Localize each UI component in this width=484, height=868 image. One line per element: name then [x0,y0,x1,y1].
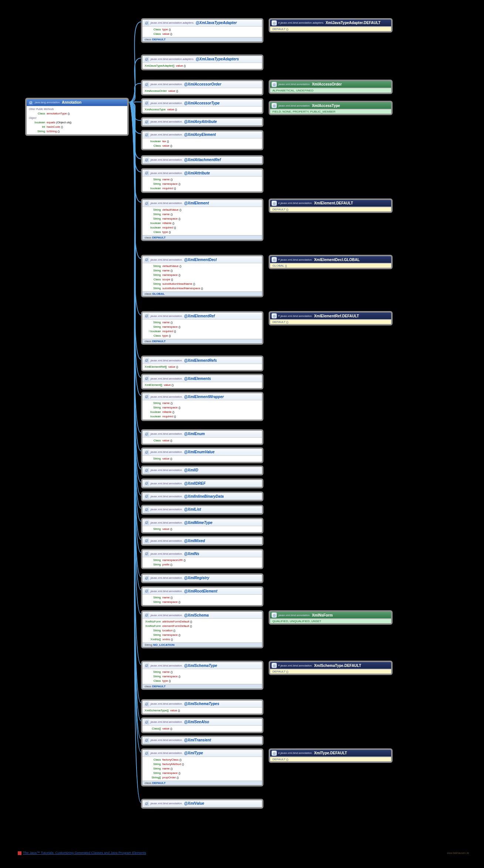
class-header: @javax.xml.bind.annotation.@XmlElement [142,200,262,207]
class-header: @javax.xml.bind.annotation.@XmlAttachmen… [142,157,262,164]
annotation-xmlelementdecl[interactable]: @javax.xml.bind.annotation.@XmlElementDe… [141,255,264,297]
class-xmljavatypeadapter-default[interactable]: ◎Fjavax.xml.bind.annotation.adapters.Xml… [269,18,392,33]
annotation-xmlregistry[interactable]: @javax.xml.bind.annotation.@XmlRegistry [141,573,264,583]
class-header: @javax.xml.bind.annotation.@XmlAccessorT… [142,100,262,107]
annotation-icon: @ [144,551,149,556]
annotation-icon: @ [144,358,149,363]
annotation-xmlvalue[interactable]: @javax.xml.bind.annotation.@XmlValue [141,799,264,809]
class-header: @javax.xml.bind.annotation.@XmlTransient [142,737,262,744]
class-xmlnsform[interactable]: ◎javax.xml.bind.annotation.XmlNsFormQUAL… [269,610,392,625]
annotation-xmlelementrefs[interactable]: @javax.xml.bind.annotation.@XmlElementRe… [141,355,264,371]
class-icon: ◎ [272,313,277,318]
annotation-xmlanyattribute[interactable]: @javax.xml.bind.annotation.@XmlAnyAttrib… [141,117,264,127]
annotation-icon: @ [144,376,149,381]
annotation-xmlattribute[interactable]: @javax.xml.bind.annotation.@XmlAttribute… [141,168,264,193]
class-header: @javax.xml.bind.annotation.@XmlEnum [142,431,262,438]
class-xmlelement-default[interactable]: ◎Fjavax.xml.bind.annotation.XmlElement.D… [269,198,392,213]
annotation-xmlattachmentref[interactable]: @javax.xml.bind.annotation.@XmlAttachmen… [141,155,264,165]
annotation-icon: @ [144,82,149,87]
annotation-icon: @ [144,468,149,473]
class-header: ◎Fjavax.xml.bind.annotation.XmlElement.D… [270,200,391,207]
annotation-xmlelementwrapper[interactable]: @javax.xml.bind.annotation.@XmlElementWr… [141,392,264,421]
at-icon: @ [28,100,33,105]
class-icon: ◎ [272,751,277,756]
annotation-xmlns[interactable]: @javax.xml.bind.annotation.@XmlNsStringn… [141,549,264,569]
class-icon: ◎ [272,201,277,206]
class-members: FIELD, NONE, PROPERTY, PUBLIC_MEMBER [270,109,391,114]
class-body: Other Public MethodsClassannotationType … [27,106,127,134]
annotation-xmlelements[interactable]: @javax.xml.bind.annotation.@XmlElementsX… [141,374,264,390]
annotation-xmlinlinebinarydata[interactable]: @javax.xml.bind.annotation.@XmlInlineBin… [141,491,264,501]
class-members: GLOBAL () [270,263,391,268]
annotation-icon: @ [144,494,149,499]
class-xmlaccessorder[interactable]: ◎javax.xml.bind.annotation.XmlAccessOrde… [269,80,392,94]
annotation-xmljavatypeadapter[interactable]: @javax.xml.bind.annotation.adapters.@Xml… [141,18,264,43]
annotation-icon: @ [144,157,149,163]
class-members: DEFAULT () [270,320,391,324]
class-members: ALPHABETICAL, UNDEFINED [270,88,391,93]
class-header: @javax.xml.bind.annotation.@XmlIDREF [142,480,262,487]
class-header: @javax.xml.bind.annotation.@XmlRegistry [142,575,262,582]
annotation-icon: @ [144,431,149,437]
annotation-xmlid[interactable]: @javax.xml.bind.annotation.@XmlID [141,465,264,475]
class-header: @javax.xml.bind.annotation.@XmlSeeAlso [142,719,262,726]
class-header: @javax.xml.bind.annotation.@XmlNs [142,550,262,557]
annotation-icon: @ [144,313,149,318]
class-members: DEFAULT () [270,669,391,674]
class-header: ◎Fjavax.xml.bind.annotation.XmlElementRe… [270,313,391,320]
annotation-xmllist[interactable]: @javax.xml.bind.annotation.@XmlList [141,505,264,515]
annotation-xmlschema[interactable]: @javax.xml.bind.annotation.@XmlSchemaXml… [141,610,264,648]
class-xmlelementdecl-global[interactable]: ◎Fjavax.xml.bind.annotation.XmlElementDe… [269,255,392,269]
footer-link[interactable]: The Java™ Tutorials: Customizing Generat… [18,851,146,855]
class-xmlelementref-default[interactable]: ◎Fjavax.xml.bind.annotation.XmlElementRe… [269,311,392,326]
annotation-xmlrootelement[interactable]: @javax.xml.bind.annotation.@XmlRootEleme… [141,586,264,607]
class-header: ◎Fjavax.xml.bind.annotation.XmlSchemaTyp… [270,662,391,669]
inner-class: class DEFAULT [142,684,262,688]
class-members: QUALIFIED, UNQUALIFIED, UNSET [270,619,391,623]
class-header: @javax.xml.bind.annotation.@XmlElements [142,375,262,382]
class-header: @javax.xml.bind.annotation.adapters.@Xml… [142,56,262,63]
annotation-xmlanyelement[interactable]: @javax.xml.bind.annotation.@XmlAnyElemen… [141,130,264,150]
annotation-icon: @ [144,119,149,124]
annotation-icon: @ [144,450,149,455]
annotation-icon: @ [144,588,149,594]
annotation-xmlmimetype[interactable]: @javax.xml.bind.annotation.@XmlMimeTypeS… [141,518,264,534]
class-members: DEFAULT () [270,27,391,31]
annotation-xmlelementref[interactable]: @javax.xml.bind.annotation.@XmlElementRe… [141,311,264,345]
annotation-xmlelement[interactable]: @javax.xml.bind.annotation.@XmlElementSt… [141,198,264,241]
annotation-xmlaccessortype[interactable]: @javax.xml.bind.annotation.@XmlAccessorT… [141,98,264,114]
class-header: @javax.xml.bind.annotation.@XmlSchemaTyp… [142,701,262,708]
annotation-xmlmixed[interactable]: @javax.xml.bind.annotation.@XmlMixed [141,536,264,546]
annotation-xmljavatypeadapters[interactable]: @javax.xml.bind.annotation.adapters.@Xml… [141,54,264,70]
class-xmlschematype-default[interactable]: ◎Fjavax.xml.bind.annotation.XmlSchemaTyp… [269,661,392,675]
annotation-xmlschematypes[interactable]: @javax.xml.bind.annotation.@XmlSchemaTyp… [141,699,264,715]
class-header: @javax.xml.bind.annotation.@XmlAttribute [142,170,262,177]
footer-link-text: The Java™ Tutorials: Customizing Generat… [23,851,146,855]
annotation-xmlaccessororder[interactable]: @javax.xml.bind.annotation.@XmlAccessorO… [141,80,264,96]
annotation-xmlenumvalue[interactable]: @javax.xml.bind.annotation.@XmlEnumValue… [141,447,264,463]
annotation-xmlidref[interactable]: @javax.xml.bind.annotation.@XmlIDREF [141,478,264,488]
annotation-icon: @ [144,612,149,618]
annotation-xmlseealso[interactable]: @javax.xml.bind.annotation.@XmlSeeAlsoCl… [141,717,264,733]
class-header: ◎javax.xml.bind.annotation.XmlNsForm [270,612,391,619]
annotation-xmlschematype[interactable]: @javax.xml.bind.annotation.@XmlSchemaTyp… [141,661,264,690]
class-header: ◎Fjavax.xml.bind.annotation.adapters.Xml… [270,20,391,27]
annotation-icon: @ [144,701,149,707]
class-annotation[interactable]: @java.lang.annotation.AnnotationOther Pu… [25,98,129,136]
annotation-xmltype[interactable]: @javax.xml.bind.annotation.@XmlTypeClass… [141,748,264,787]
class-icon: ◎ [272,663,277,668]
class-header: @java.lang.annotation.Annotation [27,99,127,106]
annotation-icon: @ [144,575,149,581]
annotation-icon: @ [144,201,149,206]
annotation-xmltransient[interactable]: @javax.xml.bind.annotation.@XmlTransient [141,735,264,745]
annotation-icon: @ [144,257,149,262]
annotation-icon: @ [144,720,149,725]
annotation-icon: @ [144,170,149,176]
class-xmlaccesstype[interactable]: ◎javax.xml.bind.annotation.XmlAccessType… [269,101,392,115]
class-header: ◎Fjavax.xml.bind.annotation.XmlElementDe… [270,256,391,263]
class-xmltype-default[interactable]: ◎Fjavax.xml.bind.annotation.XmlType.DEFA… [269,748,392,763]
class-icon: ◎ [272,82,277,87]
class-header: @javax.xml.bind.annotation.@XmlElementRe… [142,357,262,364]
class-icon: ◎ [272,103,277,108]
annotation-xmlenum[interactable]: @javax.xml.bind.annotation.@XmlEnumClass… [141,429,264,445]
